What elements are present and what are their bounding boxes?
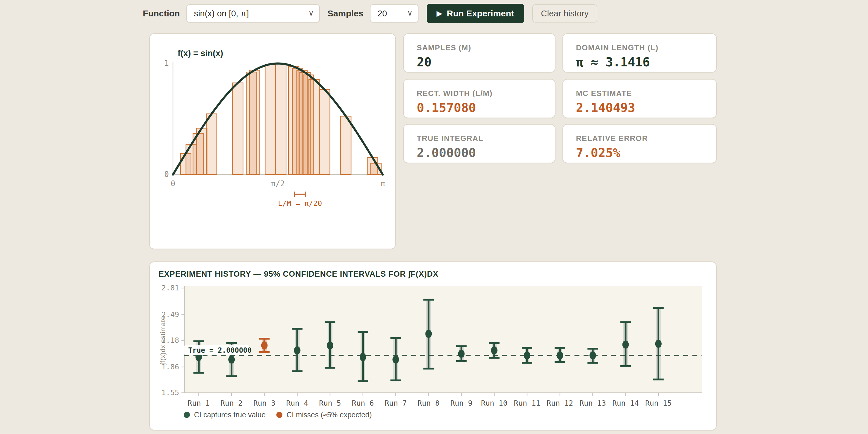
legend-label: CI captures true value [194,411,266,419]
run-label: Run 14 [612,399,639,407]
clear-history-button-label: Clear history [541,9,589,19]
sin-chart-label: f(x) = sin(x) [178,48,223,58]
stat-label: TRUE INTEGRAL [417,134,484,143]
stat-value: 7.025% [576,146,620,160]
run-mean-dot [360,353,366,361]
function-select[interactable]: sin(x) on [0, π] ∨ [186,4,320,23]
stat-card-true-integral: TRUE INTEGRAL 2.000000 [403,124,555,163]
legend-label: CI misses (≈5% expected) [286,411,372,419]
mc-sample-rect [249,70,260,175]
run-label: Run 2 [221,399,243,407]
stat-card-relative-error: RELATIVE ERROR 7.025% [562,124,717,163]
mc-sample-rectangles [181,63,381,175]
run-label: Run 9 [451,399,472,407]
stat-card-samples: SAMPLES (M) 20 [403,33,555,72]
chevron-down-icon: ∨ [308,8,314,18]
run-label: Run 7 [385,399,407,407]
rect-width-label: L/M = π/20 [278,199,322,208]
true-value-label: True = 2.000000 [188,346,252,355]
stat-label: SAMPLES (M) [417,43,471,52]
legend-item-captures: CI captures true value [184,411,266,419]
stat-card-rect-width: RECT. WIDTH (L/M) 0.157080 [403,79,555,118]
green-dot-icon [184,412,190,418]
run-label: Run 5 [319,399,341,407]
stat-value: π ≈ 3.1416 [576,55,650,69]
samples-select-value: 20 [377,9,387,19]
function-label: Function [143,8,180,19]
function-select-value: sin(x) on [0, π] [194,9,249,19]
run-mean-dot [557,351,563,360]
stat-value: 0.157080 [417,101,476,115]
run-mean-dot [294,346,301,355]
mc-sample-rect [309,79,319,175]
run-mean-dot [589,351,596,360]
mc-sample-rect [265,64,276,175]
run-experiment-button-label: Run Experiment [447,8,514,19]
stat-value: 2.140493 [576,101,635,115]
run-mean-dot [261,341,268,349]
stat-value: 20 [417,55,432,69]
stat-label: RECT. WIDTH (L/M) [417,89,493,98]
toolbar: Function sin(x) on [0, π] ∨ Samples 20 ∨… [143,4,597,23]
run-experiment-button[interactable]: ▶ Run Experiment [427,4,524,23]
y-tick-label: 0 [164,170,169,179]
chevron-down-icon: ∨ [407,8,413,18]
y-tick-label: 2.81 [161,284,179,292]
run-label: Run 4 [286,399,308,407]
mc-sample-rect [232,83,243,175]
run-mean-dot [228,355,235,364]
run-label: Run 10 [481,399,507,407]
run-label: Run 6 [352,399,374,407]
mc-rectangles-chart: 100π/2πf(x) = sin(x)L/M = π/20 [150,34,395,248]
mc-sample-rect [341,116,351,175]
mc-sample-rect [275,63,286,175]
run-label: Run 13 [580,399,606,407]
mc-sample-rect [206,114,217,175]
x-tick-label: 0 [170,179,175,188]
x-tick-label: π/2 [271,179,285,188]
stat-card-domain-length: DOMAIN LENGTH (L) π ≈ 3.1416 [562,33,717,72]
mc-rectangles-card: 100π/2πf(x) = sin(x)L/M = π/20 Random re… [149,33,396,249]
x-tick-label: π [380,179,385,188]
stat-card-mc-estimate: MC ESTIMATE 2.140493 [562,79,717,118]
mc-sample-rect [319,90,330,175]
stat-label: MC ESTIMATE [576,89,632,98]
run-label: Run 11 [514,399,540,407]
y-tick-label: 1.55 [161,388,179,397]
legend-item-misses: CI misses (≈5% expected) [276,411,372,419]
stat-label: DOMAIN LENGTH (L) [576,43,658,52]
monte-carlo-integration-app: { "toolbar": { "function_label": "Functi… [0,0,868,434]
run-label: Run 3 [253,399,275,407]
run-mean-dot [622,340,629,348]
run-mean-dot [655,339,662,348]
run-label: Run 8 [417,399,440,407]
experiment-history-card: EXPERIMENT HISTORY — 95% CONFIDENCE INTE… [149,262,717,431]
run-label: Run 12 [547,399,573,407]
run-mean-dot [524,351,530,360]
run-mean-dot [458,349,465,358]
run-label: Run 15 [645,399,672,407]
run-mean-dot [327,341,333,349]
play-icon: ▶ [437,10,442,17]
stat-label: RELATIVE ERROR [576,134,648,143]
experiment-history-chart: 2.812.492.181.861.55∫f(x)dx estimateTrue… [150,262,716,408]
clear-history-button[interactable]: Clear history [532,4,597,23]
rect-width-ruler [295,192,305,197]
samples-select[interactable]: 20 ∨ [370,4,418,23]
run-mean-dot [491,346,497,355]
run-label: Run 1 [188,399,210,407]
orange-dot-icon [276,412,282,418]
run-mean-dot [393,355,399,364]
samples-label: Samples [328,8,364,19]
run-mean-dot [425,330,432,338]
y-axis-label: ∫f(x)dx estimate [159,316,166,365]
y-tick-label: 1 [164,59,169,68]
stat-value: 2.000000 [417,146,476,160]
